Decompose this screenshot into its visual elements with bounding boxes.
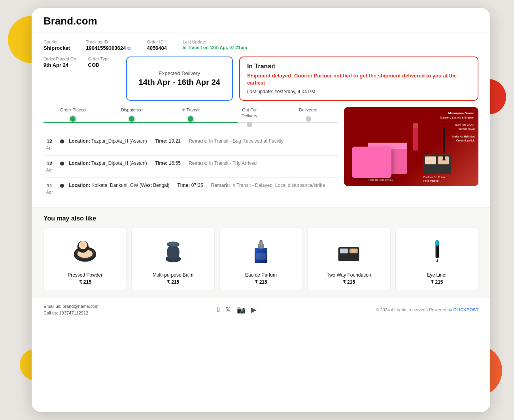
step-label-order-placed: Order Placed <box>60 107 86 113</box>
timeline-location: Location: Tezpur_Dipota_H (Assam) <box>69 138 147 144</box>
tracking-left: Order Placed Dispatched In Transit <box>43 107 338 200</box>
step-delivered: Delivered <box>279 107 338 121</box>
product-card-eyeliner[interactable]: Eye Liner ₹ 215 <box>395 228 478 290</box>
svg-rect-2 <box>413 127 418 151</box>
svg-rect-38 <box>338 254 359 261</box>
order-type-label: Order Type <box>88 57 120 61</box>
product-price-perfume: ₹ 215 <box>224 279 298 285</box>
in-transit-last-update: Last update: Yesterday, 4:04 PM <box>247 89 471 94</box>
in-transit-alert: Shipment delayed: Courier Partner notifi… <box>247 72 471 87</box>
svg-point-37 <box>351 249 357 252</box>
last-update-label: Last Update <box>183 40 247 44</box>
timeline-time: Time: 07:35 <box>178 183 203 188</box>
step-in-transit: In Transit <box>161 107 220 121</box>
footer-social:  𝕏 📷 ▶ <box>217 305 257 314</box>
timeline-entry: 12 Apr Location: Tezpur_Dipota_H (Assam)… <box>43 156 338 178</box>
svg-rect-30 <box>256 253 266 260</box>
timeline-dot <box>60 139 64 143</box>
banner-box <box>352 147 391 178</box>
tracking-id-container: 19041559303624 ⧉ <box>86 45 131 51</box>
copy-icon[interactable]: ⧉ <box>127 45 131 51</box>
step-dot-out-for-delivery <box>247 122 252 127</box>
step-label-dispatched: Dispatched <box>121 107 143 113</box>
progress-steps: Order Placed Dispatched In Transit <box>43 107 338 127</box>
product-price-eyeliner: ₹ 215 <box>400 279 474 285</box>
svg-point-21 <box>81 243 85 247</box>
facebook-icon[interactable]:  <box>217 305 220 314</box>
svg-rect-42 <box>436 241 437 257</box>
product-card-foundation[interactable]: Two Way Foundation ₹ 215 <box>307 228 390 290</box>
order-type-value: COD <box>88 62 120 68</box>
recommendations-title: You may also like <box>43 215 478 222</box>
svg-rect-35 <box>340 249 348 253</box>
instagram-icon[interactable]: 📷 <box>237 305 246 314</box>
twitter-icon[interactable]: 𝕏 <box>225 305 231 314</box>
product-card-perfume[interactable]: Eau de Parfum ₹ 215 <box>219 228 302 290</box>
footer-clickpost: CLICKPOST <box>453 307 478 312</box>
product-name-perfume: Eau de Parfum <box>224 272 298 278</box>
footer-email: Email us: brand@name.com <box>43 303 98 310</box>
footer-copyright: © 2024 All rights reserved | Powered by … <box>376 307 478 312</box>
order-id-label: Order ID <box>147 40 167 44</box>
in-transit-box: In Transit Shipment delayed: Courier Par… <box>239 57 478 101</box>
timeline: 12 Apr Location: Tezpur_Dipota_H (Assam)… <box>43 134 338 200</box>
product-image-powder <box>48 234 122 269</box>
progress-section: Order Placed Dispatched In Transit <box>43 107 338 127</box>
courier-label: Courier <box>43 40 70 44</box>
timeline-dot <box>60 184 64 188</box>
foundation-svg <box>335 237 363 265</box>
product-price-powder: ₹ 215 <box>48 279 122 285</box>
tracking-section: Courier Shiprocket Tracking ID 190415593… <box>32 32 490 101</box>
step-label-delivered: Delivered <box>299 107 317 113</box>
footer: Email us: brand@name.com Call us: 193747… <box>32 297 490 322</box>
product-card-powder[interactable]: Pressed Powder ₹ 215 <box>43 228 127 290</box>
product-card-balm[interactable]: Multi-purpose Balm ₹ 215 <box>131 228 214 290</box>
tracking-id-info: Tracking ID 19041559303624 ⧉ <box>86 40 131 51</box>
step-order-placed: Order Placed <box>43 107 102 121</box>
timeline-month: Apr <box>43 189 55 195</box>
svg-point-25 <box>168 241 178 246</box>
timeline-dot <box>60 162 64 166</box>
step-dot-in-transit <box>188 116 193 122</box>
timeline-time: Time: 19:21 <box>155 138 181 144</box>
tracking-right: FREE Pink Trousseau Box Contour De Forme… <box>344 107 478 200</box>
progress-line-fill <box>43 122 238 123</box>
product-price-foundation: ₹ 215 <box>312 279 386 285</box>
timeline-content: Location: Tezpur_Dipota_H (Assam) Time: … <box>69 138 338 144</box>
product-image-foundation <box>312 234 386 269</box>
courier-value: Shiprocket <box>43 45 70 51</box>
timeline-month: Apr <box>43 145 55 151</box>
timeline-location: Location: Kolkata_Dankuni_GW (West Benga… <box>69 183 170 188</box>
tracking-id-value: 19041559303624 <box>86 45 126 51</box>
banner-text: Mazmoom Drama Magnetic Lashes & Eyeliner… <box>440 111 474 143</box>
tracking-id-label: Tracking ID <box>86 40 131 44</box>
footer-email-value: brand@name.com <box>62 304 98 309</box>
main-card: Brand.com Courier Shiprocket Tracking ID… <box>32 8 490 412</box>
footer-email-label: Email us: <box>43 304 61 309</box>
youtube-icon[interactable]: ▶ <box>251 305 257 314</box>
recommendations-section: You may also like <box>32 207 490 297</box>
order-placed-label: Order Placed On <box>43 57 76 61</box>
timeline-date: 11 Apr <box>43 183 55 195</box>
step-dot-dispatched <box>129 116 134 122</box>
timeline-remark: Remark: In Transit - Delayed, Local dist… <box>211 183 325 188</box>
timeline-location: Location: Tezpur_Dipota_H (Assam) <box>69 160 147 166</box>
timeline-day: 12 <box>43 138 55 145</box>
svg-rect-3 <box>413 123 418 128</box>
timeline-entry: 12 Apr Location: Tezpur_Dipota_H (Assam)… <box>43 134 338 156</box>
product-name-eyeliner: Eye Liner <box>400 272 474 278</box>
order-placed-value: 9th Apr 24 <box>43 62 76 68</box>
timeline-entry: 11 Apr Location: Kolkata_Dankuni_GW (Wes… <box>43 178 338 200</box>
step-dot-order-placed <box>70 116 76 122</box>
product-name-balm: Multi-purpose Balm <box>136 272 210 278</box>
product-image-perfume <box>224 234 298 269</box>
svg-rect-31 <box>260 240 263 242</box>
timeline-content: Location: Tezpur_Dipota_H (Assam) Time: … <box>69 160 338 166</box>
svg-text:Face Palette: Face Palette <box>423 179 438 182</box>
timeline-date: 12 Apr <box>43 160 55 173</box>
progress-line <box>43 122 338 123</box>
brand-logo: Brand.com <box>43 15 478 27</box>
product-name-foundation: Two Way Foundation <box>312 272 386 278</box>
delivery-boxes-row: Order Placed On 9th Apr 24 Order Type CO… <box>43 57 478 101</box>
tracking-main: Order Placed Dispatched In Transit <box>32 107 490 207</box>
